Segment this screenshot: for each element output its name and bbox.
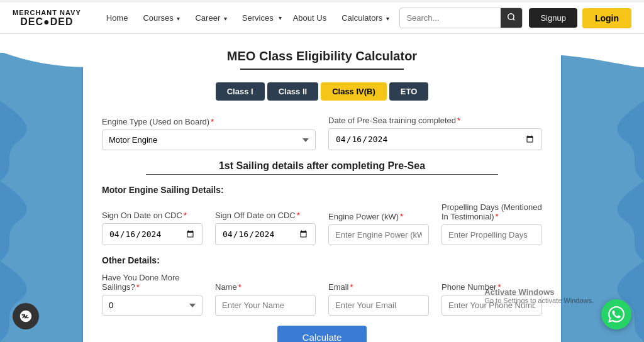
class-tabs: Class I Class II Class IV(B) ETO <box>102 82 542 101</box>
engine-type-select[interactable]: Motor Engine Steam Engine Both <box>102 130 316 150</box>
propelling-days-label: Propelling Days (Mentioned In Testimonia… <box>441 202 542 221</box>
tab-class-1[interactable]: Class I <box>216 82 265 101</box>
sailings-select[interactable]: 0 1 2 3 <box>102 295 203 316</box>
sign-off-label: Sign Off Date on CDC* <box>215 211 316 220</box>
chatbot-icon <box>19 309 33 323</box>
whatsapp-icon <box>608 306 625 323</box>
nav-calculators[interactable]: Calculators ▾ <box>335 9 396 26</box>
sign-on-group: Sign On Date on CDC* <box>102 211 203 245</box>
nav-services[interactable]: Services <box>236 9 280 26</box>
tab-class-2[interactable]: Class II <box>267 82 319 101</box>
wave-left-panel <box>0 34 82 342</box>
propelling-days-input[interactable] <box>441 224 542 245</box>
nav-home[interactable]: Home <box>100 9 135 26</box>
sailing-details-row: Sign On Date on CDC* Sign Off Date on CD… <box>102 202 542 245</box>
content-card: MEO Class Eligibility Calculator Class I… <box>83 34 561 342</box>
signup-button[interactable]: Signup <box>529 8 577 28</box>
search-button[interactable] <box>501 8 522 28</box>
sign-off-input[interactable] <box>215 223 316 245</box>
wave-left-svg <box>0 34 82 342</box>
tab-eto[interactable]: ETO <box>389 82 429 101</box>
engine-power-group: Engine Power (kW)* <box>328 212 429 245</box>
engine-power-input[interactable] <box>328 224 429 245</box>
title-underline <box>240 69 404 70</box>
sign-on-label: Sign On Date on CDC* <box>102 211 203 220</box>
wave-right-panel <box>562 34 644 342</box>
whatsapp-button[interactable] <box>601 299 631 329</box>
date-presea-input[interactable] <box>328 128 542 150</box>
logo-line1: MERCHANT NAVY <box>13 9 81 16</box>
chatbot-button[interactable] <box>13 303 39 329</box>
engine-power-label: Engine Power (kW)* <box>328 212 429 221</box>
required-star2: * <box>457 116 460 125</box>
wave-right-svg <box>562 34 644 342</box>
svg-point-0 <box>508 14 514 19</box>
courses-arrow: ▾ <box>177 15 180 22</box>
engine-date-row: Engine Type (Used on Board)* Motor Engin… <box>102 116 542 150</box>
logo: MERCHANT NAVY DEC●DED <box>13 9 81 28</box>
propelling-days-group: Propelling Days (Mentioned In Testimonia… <box>441 202 542 245</box>
email-group: Email* <box>328 282 429 316</box>
phone-input[interactable] <box>441 295 542 316</box>
sailings-label: Have You Done More Sailings?* <box>102 273 203 292</box>
page-wrapper: MEO Class Eligibility Calculator Class I… <box>0 34 644 342</box>
date-presea-label: Date of Pre-Sea training completed* <box>328 116 542 125</box>
email-input[interactable] <box>328 295 429 316</box>
nav-courses[interactable]: Courses ▾ <box>136 9 186 26</box>
nav-links: Home Courses ▾ Career ▾ Services▾ About … <box>100 9 400 26</box>
engine-type-label: Engine Type (Used on Board)* <box>102 117 316 126</box>
calc-arrow: ▾ <box>386 15 389 22</box>
required-star: * <box>211 117 214 126</box>
nav-about[interactable]: About Us <box>287 9 333 26</box>
svg-line-1 <box>513 19 515 21</box>
sign-off-group: Sign Off Date on CDC* <box>215 211 316 245</box>
date-presea-group: Date of Pre-Sea training completed* <box>328 116 542 150</box>
engine-type-group: Engine Type (Used on Board)* Motor Engin… <box>102 117 316 150</box>
navbar: MERCHANT NAVY DEC●DED Home Courses ▾ Car… <box>0 3 644 34</box>
name-group: Name* <box>215 282 316 316</box>
phone-group: Phone Number* <box>441 282 542 316</box>
sign-on-input[interactable] <box>102 223 203 245</box>
other-details-row: Have You Done More Sailings?* 0 1 2 3 Na… <box>102 273 542 316</box>
name-label: Name* <box>215 282 316 292</box>
section1-title: 1st Sailing details after completing Pre… <box>102 160 542 172</box>
calculate-button[interactable]: Calculate <box>277 326 367 342</box>
email-label: Email* <box>328 282 429 292</box>
subsection1-title: Motor Engine Sailing Details: <box>102 185 542 195</box>
phone-label: Phone Number* <box>441 282 542 292</box>
services-arrow: ▾ <box>279 14 282 21</box>
login-button[interactable]: Login <box>582 8 631 28</box>
name-input[interactable] <box>215 295 316 316</box>
career-arrow: ▾ <box>224 15 227 22</box>
logo-line2: DEC●DED <box>20 16 73 28</box>
tab-class-4b[interactable]: Class IV(B) <box>321 82 387 101</box>
sailings-group: Have You Done More Sailings?* 0 1 2 3 <box>102 273 203 316</box>
search-input[interactable] <box>400 9 501 26</box>
other-details-title: Other Details: <box>102 255 542 265</box>
page-title: MEO Class Eligibility Calculator <box>102 49 542 63</box>
nav-career[interactable]: Career ▾ <box>189 9 233 26</box>
section1-underline <box>146 174 498 175</box>
search-box <box>399 8 523 28</box>
